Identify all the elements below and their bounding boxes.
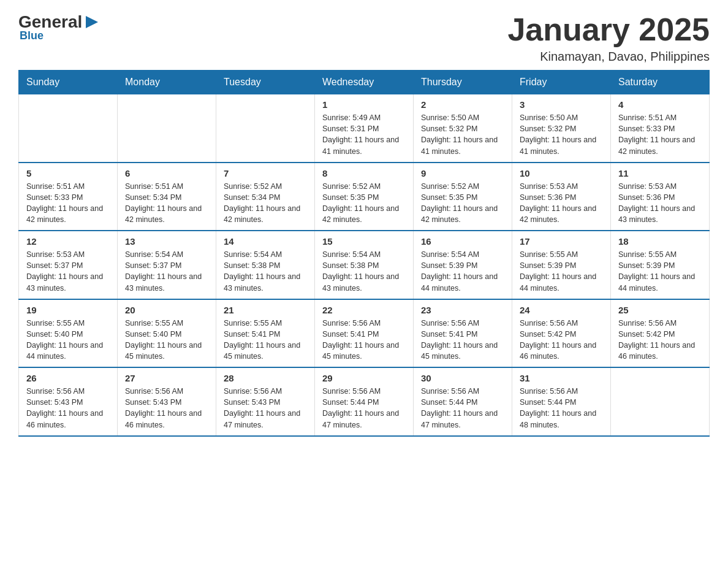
calendar-cell: 15Sunrise: 5:54 AM Sunset: 5:38 PM Dayli… <box>315 231 414 299</box>
day-of-week-header: Thursday <box>414 71 512 94</box>
calendar-cell <box>118 94 216 163</box>
day-number: 10 <box>520 168 603 178</box>
location: Kinamayan, Davao, Philippines <box>507 50 710 64</box>
day-info: Sunrise: 5:51 AM Sunset: 5:33 PM Dayligh… <box>618 112 702 157</box>
calendar-week-row: 12Sunrise: 5:53 AM Sunset: 5:37 PM Dayli… <box>19 231 710 299</box>
day-number: 6 <box>125 168 208 178</box>
calendar-cell: 4Sunrise: 5:51 AM Sunset: 5:33 PM Daylig… <box>611 94 710 163</box>
calendar-cell: 27Sunrise: 5:56 AM Sunset: 5:43 PM Dayli… <box>118 367 216 436</box>
day-info: Sunrise: 5:56 AM Sunset: 5:41 PM Dayligh… <box>421 318 504 362</box>
day-number: 25 <box>618 305 702 315</box>
day-number: 7 <box>224 168 307 178</box>
calendar-week-row: 1Sunrise: 5:49 AM Sunset: 5:31 PM Daylig… <box>19 94 710 163</box>
calendar-cell: 10Sunrise: 5:53 AM Sunset: 5:36 PM Dayli… <box>512 163 611 231</box>
calendar-cell: 9Sunrise: 5:52 AM Sunset: 5:35 PM Daylig… <box>414 163 512 231</box>
day-number: 12 <box>26 236 110 247</box>
day-number: 4 <box>618 99 702 110</box>
day-number: 20 <box>125 305 208 315</box>
day-of-week-header: Sunday <box>19 71 118 94</box>
calendar-cell: 24Sunrise: 5:56 AM Sunset: 5:42 PM Dayli… <box>512 299 611 368</box>
svg-marker-0 <box>86 16 98 28</box>
calendar-cell: 18Sunrise: 5:55 AM Sunset: 5:39 PM Dayli… <box>611 231 710 299</box>
day-number: 28 <box>224 373 307 383</box>
day-number: 5 <box>26 168 110 178</box>
title-section: January 2025 Kinamayan, Davao, Philippin… <box>507 12 710 64</box>
day-number: 31 <box>520 373 603 383</box>
calendar-cell: 14Sunrise: 5:54 AM Sunset: 5:38 PM Dayli… <box>216 231 315 299</box>
day-of-week-header: Saturday <box>611 71 710 94</box>
calendar-cell: 30Sunrise: 5:56 AM Sunset: 5:44 PM Dayli… <box>414 367 512 436</box>
day-info: Sunrise: 5:52 AM Sunset: 5:34 PM Dayligh… <box>224 181 307 226</box>
month-title: January 2025 <box>507 12 710 47</box>
calendar-cell: 3Sunrise: 5:50 AM Sunset: 5:32 PM Daylig… <box>512 94 611 163</box>
calendar-cell: 2Sunrise: 5:50 AM Sunset: 5:32 PM Daylig… <box>414 94 512 163</box>
calendar-cell: 29Sunrise: 5:56 AM Sunset: 5:44 PM Dayli… <box>315 367 414 436</box>
day-info: Sunrise: 5:56 AM Sunset: 5:43 PM Dayligh… <box>224 386 307 431</box>
calendar-cell: 1Sunrise: 5:49 AM Sunset: 5:31 PM Daylig… <box>315 94 414 163</box>
day-number: 21 <box>224 305 307 315</box>
day-info: Sunrise: 5:49 AM Sunset: 5:31 PM Dayligh… <box>322 112 406 157</box>
day-info: Sunrise: 5:56 AM Sunset: 5:43 PM Dayligh… <box>125 386 208 431</box>
day-of-week-header: Tuesday <box>216 71 315 94</box>
calendar-cell: 17Sunrise: 5:55 AM Sunset: 5:39 PM Dayli… <box>512 231 611 299</box>
day-info: Sunrise: 5:54 AM Sunset: 5:38 PM Dayligh… <box>322 249 406 294</box>
day-info: Sunrise: 5:53 AM Sunset: 5:36 PM Dayligh… <box>618 181 702 226</box>
calendar-cell: 16Sunrise: 5:54 AM Sunset: 5:39 PM Dayli… <box>414 231 512 299</box>
day-info: Sunrise: 5:53 AM Sunset: 5:36 PM Dayligh… <box>520 181 603 226</box>
day-number: 17 <box>520 236 603 247</box>
day-info: Sunrise: 5:56 AM Sunset: 5:42 PM Dayligh… <box>618 318 702 362</box>
calendar-cell: 23Sunrise: 5:56 AM Sunset: 5:41 PM Dayli… <box>414 299 512 368</box>
day-number: 15 <box>322 236 406 247</box>
day-info: Sunrise: 5:55 AM Sunset: 5:39 PM Dayligh… <box>520 249 603 294</box>
page-header: General Blue January 2025 Kinamayan, Dav… <box>18 12 710 64</box>
day-number: 1 <box>322 99 406 110</box>
day-of-week-header: Wednesday <box>315 71 414 94</box>
calendar-cell: 5Sunrise: 5:51 AM Sunset: 5:33 PM Daylig… <box>19 163 118 231</box>
calendar-cell: 28Sunrise: 5:56 AM Sunset: 5:43 PM Dayli… <box>216 367 315 436</box>
calendar-cell: 22Sunrise: 5:56 AM Sunset: 5:41 PM Dayli… <box>315 299 414 368</box>
day-info: Sunrise: 5:50 AM Sunset: 5:32 PM Dayligh… <box>520 112 603 157</box>
day-info: Sunrise: 5:56 AM Sunset: 5:43 PM Dayligh… <box>26 386 110 431</box>
day-number: 23 <box>421 305 504 315</box>
day-info: Sunrise: 5:51 AM Sunset: 5:34 PM Dayligh… <box>125 181 208 226</box>
day-number: 29 <box>322 373 406 383</box>
day-info: Sunrise: 5:56 AM Sunset: 5:44 PM Dayligh… <box>421 386 504 431</box>
day-number: 3 <box>520 99 603 110</box>
day-info: Sunrise: 5:55 AM Sunset: 5:41 PM Dayligh… <box>224 318 307 362</box>
calendar-cell <box>611 367 710 436</box>
day-info: Sunrise: 5:51 AM Sunset: 5:33 PM Dayligh… <box>26 181 110 226</box>
calendar-week-row: 19Sunrise: 5:55 AM Sunset: 5:40 PM Dayli… <box>19 299 710 368</box>
calendar-table: SundayMondayTuesdayWednesdayThursdayFrid… <box>18 70 710 437</box>
day-info: Sunrise: 5:54 AM Sunset: 5:37 PM Dayligh… <box>125 249 208 294</box>
calendar-cell: 20Sunrise: 5:55 AM Sunset: 5:40 PM Dayli… <box>118 299 216 368</box>
day-number: 30 <box>421 373 504 383</box>
day-number: 26 <box>26 373 110 383</box>
day-number: 22 <box>322 305 406 315</box>
day-number: 14 <box>224 236 307 247</box>
day-number: 18 <box>618 236 702 247</box>
day-number: 19 <box>26 305 110 315</box>
day-number: 9 <box>421 168 504 178</box>
day-number: 13 <box>125 236 208 247</box>
day-info: Sunrise: 5:50 AM Sunset: 5:32 PM Dayligh… <box>421 112 504 157</box>
calendar-cell: 31Sunrise: 5:56 AM Sunset: 5:44 PM Dayli… <box>512 367 611 436</box>
day-info: Sunrise: 5:54 AM Sunset: 5:38 PM Dayligh… <box>224 249 307 294</box>
day-info: Sunrise: 5:52 AM Sunset: 5:35 PM Dayligh… <box>322 181 406 226</box>
calendar-cell: 12Sunrise: 5:53 AM Sunset: 5:37 PM Dayli… <box>19 231 118 299</box>
calendar-cell: 11Sunrise: 5:53 AM Sunset: 5:36 PM Dayli… <box>611 163 710 231</box>
calendar-cell <box>19 94 118 163</box>
day-number: 24 <box>520 305 603 315</box>
logo: General Blue <box>18 12 100 42</box>
day-info: Sunrise: 5:56 AM Sunset: 5:41 PM Dayligh… <box>322 318 406 362</box>
day-number: 8 <box>322 168 406 178</box>
day-of-week-header: Monday <box>118 71 216 94</box>
calendar-cell: 13Sunrise: 5:54 AM Sunset: 5:37 PM Dayli… <box>118 231 216 299</box>
calendar-cell: 19Sunrise: 5:55 AM Sunset: 5:40 PM Dayli… <box>19 299 118 368</box>
day-info: Sunrise: 5:56 AM Sunset: 5:42 PM Dayligh… <box>520 318 603 362</box>
calendar-cell: 26Sunrise: 5:56 AM Sunset: 5:43 PM Dayli… <box>19 367 118 436</box>
calendar-cell: 6Sunrise: 5:51 AM Sunset: 5:34 PM Daylig… <box>118 163 216 231</box>
day-number: 16 <box>421 236 504 247</box>
day-info: Sunrise: 5:52 AM Sunset: 5:35 PM Dayligh… <box>421 181 504 226</box>
day-info: Sunrise: 5:53 AM Sunset: 5:37 PM Dayligh… <box>26 249 110 294</box>
calendar-cell <box>216 94 315 163</box>
